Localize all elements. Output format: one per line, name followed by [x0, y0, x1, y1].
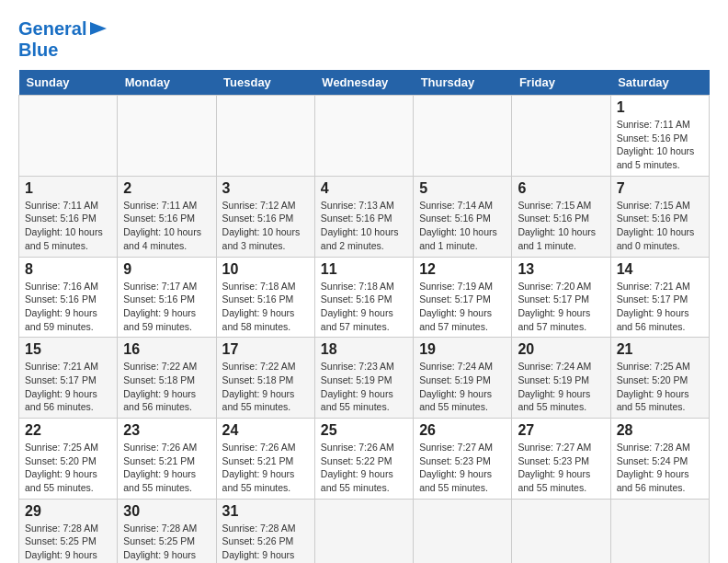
day-number: 1: [25, 180, 111, 197]
day-info: Sunrise: 7:26 AM Sunset: 5:21 PM Dayligh…: [222, 441, 309, 495]
day-info: Sunrise: 7:11 AM Sunset: 5:16 PM Dayligh…: [123, 199, 210, 253]
calendar-week-row: 1Sunrise: 7:11 AM Sunset: 5:16 PM Daylig…: [19, 176, 710, 257]
day-info: Sunrise: 7:18 AM Sunset: 5:16 PM Dayligh…: [321, 280, 407, 334]
calendar-cell: 11Sunrise: 7:18 AM Sunset: 5:16 PM Dayli…: [314, 257, 413, 338]
day-info: Sunrise: 7:27 AM Sunset: 5:23 PM Dayligh…: [419, 441, 506, 495]
day-number: 19: [419, 341, 506, 358]
day-info: Sunrise: 7:28 AM Sunset: 5:26 PM Dayligh…: [222, 522, 309, 563]
day-info: Sunrise: 7:22 AM Sunset: 5:18 PM Dayligh…: [222, 360, 309, 414]
day-info: Sunrise: 7:18 AM Sunset: 5:16 PM Dayligh…: [222, 280, 309, 334]
day-info: Sunrise: 7:21 AM Sunset: 5:17 PM Dayligh…: [25, 360, 111, 414]
day-number: 26: [419, 422, 506, 439]
calendar-cell: 10Sunrise: 7:18 AM Sunset: 5:16 PM Dayli…: [216, 257, 314, 338]
day-number: 20: [518, 341, 604, 358]
day-info: Sunrise: 7:24 AM Sunset: 5:19 PM Dayligh…: [419, 360, 506, 414]
weekday-header-friday: Friday: [512, 70, 610, 96]
day-info: Sunrise: 7:14 AM Sunset: 5:16 PM Dayligh…: [419, 199, 506, 253]
calendar-cell: 12Sunrise: 7:19 AM Sunset: 5:17 PM Dayli…: [414, 257, 512, 338]
day-info: Sunrise: 7:25 AM Sunset: 5:20 PM Dayligh…: [25, 441, 111, 495]
day-number: 3: [222, 180, 309, 197]
day-info: Sunrise: 7:16 AM Sunset: 5:16 PM Dayligh…: [25, 280, 111, 334]
day-number: 31: [222, 503, 309, 520]
calendar-cell: 20Sunrise: 7:24 AM Sunset: 5:19 PM Dayli…: [512, 338, 610, 419]
calendar-cell: 3Sunrise: 7:12 AM Sunset: 5:16 PM Daylig…: [216, 176, 314, 257]
calendar-cell: 29Sunrise: 7:28 AM Sunset: 5:25 PM Dayli…: [19, 499, 118, 563]
calendar-cell: 24Sunrise: 7:26 AM Sunset: 5:21 PM Dayli…: [216, 419, 314, 500]
calendar-week-row: 8Sunrise: 7:16 AM Sunset: 5:16 PM Daylig…: [19, 257, 710, 338]
day-number: 7: [617, 180, 703, 197]
day-info: Sunrise: 7:19 AM Sunset: 5:17 PM Dayligh…: [419, 280, 506, 334]
calendar-cell: 17Sunrise: 7:22 AM Sunset: 5:18 PM Dayli…: [216, 338, 314, 419]
day-info: Sunrise: 7:28 AM Sunset: 5:25 PM Dayligh…: [123, 522, 210, 563]
day-info: Sunrise: 7:23 AM Sunset: 5:19 PM Dayligh…: [321, 360, 407, 414]
calendar-week-row: 22Sunrise: 7:25 AM Sunset: 5:20 PM Dayli…: [19, 419, 710, 500]
calendar-cell: 4Sunrise: 7:13 AM Sunset: 5:16 PM Daylig…: [314, 176, 413, 257]
day-number: 30: [123, 503, 210, 520]
svg-marker-0: [90, 22, 107, 35]
calendar-week-row: 29Sunrise: 7:28 AM Sunset: 5:25 PM Dayli…: [19, 499, 710, 563]
day-info: Sunrise: 7:11 AM Sunset: 5:16 PM Dayligh…: [617, 118, 703, 172]
calendar-cell: [314, 499, 413, 563]
calendar-cell: 14Sunrise: 7:21 AM Sunset: 5:17 PM Dayli…: [610, 257, 709, 338]
day-number: 10: [222, 261, 309, 278]
calendar-cell: [216, 96, 314, 177]
day-info: Sunrise: 7:26 AM Sunset: 5:21 PM Dayligh…: [123, 441, 210, 495]
weekday-header-monday: Monday: [118, 70, 216, 96]
day-number: 4: [321, 180, 407, 197]
day-number: 13: [518, 261, 604, 278]
calendar-cell: 30Sunrise: 7:28 AM Sunset: 5:25 PM Dayli…: [118, 499, 216, 563]
day-info: Sunrise: 7:11 AM Sunset: 5:16 PM Dayligh…: [25, 199, 111, 253]
calendar-cell: 7Sunrise: 7:15 AM Sunset: 5:16 PM Daylig…: [610, 176, 709, 257]
calendar-cell: 15Sunrise: 7:21 AM Sunset: 5:17 PM Dayli…: [19, 338, 118, 419]
calendar-cell: 19Sunrise: 7:24 AM Sunset: 5:19 PM Dayli…: [414, 338, 512, 419]
day-info: Sunrise: 7:28 AM Sunset: 5:25 PM Dayligh…: [25, 522, 111, 563]
weekday-header-tuesday: Tuesday: [216, 70, 314, 96]
day-info: Sunrise: 7:27 AM Sunset: 5:23 PM Dayligh…: [518, 441, 604, 495]
calendar-cell: 28Sunrise: 7:28 AM Sunset: 5:24 PM Dayli…: [610, 419, 709, 500]
day-info: Sunrise: 7:21 AM Sunset: 5:17 PM Dayligh…: [617, 280, 703, 334]
calendar-cell: [118, 96, 216, 177]
calendar-cell: [414, 96, 512, 177]
calendar-cell: [512, 96, 610, 177]
day-number: 9: [123, 261, 210, 278]
calendar-cell: 26Sunrise: 7:27 AM Sunset: 5:23 PM Dayli…: [414, 419, 512, 500]
day-info: Sunrise: 7:25 AM Sunset: 5:20 PM Dayligh…: [617, 360, 703, 414]
day-number: 2: [123, 180, 210, 197]
day-number: 5: [419, 180, 506, 197]
day-info: Sunrise: 7:15 AM Sunset: 5:16 PM Dayligh…: [518, 199, 604, 253]
day-info: Sunrise: 7:26 AM Sunset: 5:22 PM Dayligh…: [321, 441, 407, 495]
day-number: 22: [25, 422, 111, 439]
weekday-header-wednesday: Wednesday: [314, 70, 413, 96]
day-info: Sunrise: 7:28 AM Sunset: 5:24 PM Dayligh…: [617, 441, 703, 495]
day-number: 28: [617, 422, 703, 439]
calendar-cell: [314, 96, 413, 177]
calendar-cell: 5Sunrise: 7:14 AM Sunset: 5:16 PM Daylig…: [414, 176, 512, 257]
day-number: 23: [123, 422, 210, 439]
calendar-cell: 2Sunrise: 7:11 AM Sunset: 5:16 PM Daylig…: [118, 176, 216, 257]
logo: General Blue: [18, 18, 108, 61]
calendar-cell: 13Sunrise: 7:20 AM Sunset: 5:17 PM Dayli…: [512, 257, 610, 338]
logo-text-general: General: [18, 18, 86, 40]
calendar-cell: 21Sunrise: 7:25 AM Sunset: 5:20 PM Dayli…: [610, 338, 709, 419]
page-header: General Blue: [18, 18, 710, 61]
day-number: 16: [123, 341, 210, 358]
day-info: Sunrise: 7:24 AM Sunset: 5:19 PM Dayligh…: [518, 360, 604, 414]
day-number: 29: [25, 503, 111, 520]
day-number: 17: [222, 341, 309, 358]
day-info: Sunrise: 7:13 AM Sunset: 5:16 PM Dayligh…: [321, 199, 407, 253]
day-number: 14: [617, 261, 703, 278]
calendar-cell: 22Sunrise: 7:25 AM Sunset: 5:20 PM Dayli…: [19, 419, 118, 500]
day-number: 24: [222, 422, 309, 439]
calendar-cell: 9Sunrise: 7:17 AM Sunset: 5:16 PM Daylig…: [118, 257, 216, 338]
calendar-week-row: 1Sunrise: 7:11 AM Sunset: 5:16 PM Daylig…: [19, 96, 710, 177]
calendar-cell: [610, 499, 709, 563]
calendar-cell: 31Sunrise: 7:28 AM Sunset: 5:26 PM Dayli…: [216, 499, 314, 563]
day-info: Sunrise: 7:17 AM Sunset: 5:16 PM Dayligh…: [123, 280, 210, 334]
calendar-cell: 16Sunrise: 7:22 AM Sunset: 5:18 PM Dayli…: [118, 338, 216, 419]
logo-text-blue: Blue: [18, 40, 58, 61]
day-info: Sunrise: 7:12 AM Sunset: 5:16 PM Dayligh…: [222, 199, 309, 253]
calendar-cell: [19, 96, 118, 177]
calendar-cell: 1Sunrise: 7:11 AM Sunset: 5:16 PM Daylig…: [19, 176, 118, 257]
weekday-header-sunday: Sunday: [19, 70, 118, 96]
weekday-header-saturday: Saturday: [610, 70, 709, 96]
